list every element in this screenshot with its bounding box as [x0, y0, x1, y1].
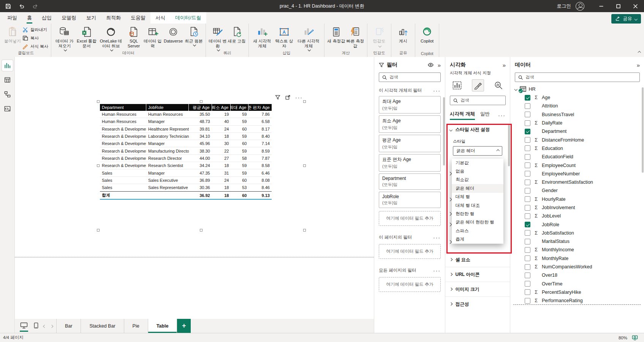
table-header-cell[interactable]: 최대 Age	[231, 104, 248, 111]
filter-search-input[interactable]: 검색	[379, 72, 441, 82]
field-checkbox[interactable]	[525, 298, 530, 304]
field-checkbox[interactable]	[525, 154, 530, 160]
more-options-icon[interactable]: ···	[433, 89, 441, 93]
style-option[interactable]: 스파스	[452, 227, 503, 235]
field-item[interactable]: ΣAge	[510, 93, 644, 102]
table-row[interactable]: Human ResourcesHuman Resources35.5019597…	[100, 111, 272, 118]
tab-visual-format[interactable]: 시각적 개체	[450, 111, 475, 120]
style-option[interactable]: 굵은 헤더 현란한 행	[452, 218, 503, 227]
collapse-pane-icon[interactable]: »	[503, 62, 506, 68]
field-item[interactable]: ΣEducation	[510, 144, 644, 153]
page-tab[interactable]: Bar	[57, 319, 81, 333]
field-checkbox[interactable]	[525, 112, 530, 117]
field-checkbox[interactable]	[525, 213, 530, 219]
field-item[interactable]: Attrition	[510, 102, 644, 110]
style-option[interactable]: 대체 행 대조	[452, 201, 503, 210]
resize-handle[interactable]	[97, 229, 100, 232]
field-item[interactable]: ΣDistanceFromHome	[510, 136, 644, 144]
table-row[interactable]: Research & DevelopmentHealthcare Represe…	[100, 126, 272, 133]
share-button[interactable]: 공유	[611, 14, 641, 24]
table-row[interactable]: SalesSales Executive36.8924608.08	[100, 177, 272, 184]
close-button[interactable]	[627, 0, 644, 12]
table-row[interactable]: Research & DevelopmentManager45.9630607.…	[100, 140, 272, 147]
publish-button[interactable]: 게시	[394, 25, 412, 44]
table-row[interactable]: SalesSales Representative30.3618538.46	[100, 184, 272, 191]
field-item[interactable]: EducationField	[510, 153, 644, 161]
resize-handle[interactable]	[97, 164, 100, 167]
maximize-button[interactable]	[610, 0, 627, 12]
more-options-icon[interactable]: ···	[433, 269, 441, 273]
page-tab[interactable]: Stacked Bar	[81, 319, 124, 333]
ribbon-tab[interactable]: 삽입	[37, 12, 57, 24]
field-checkbox[interactable]	[525, 289, 530, 295]
report-view-button[interactable]	[2, 60, 13, 71]
field-item[interactable]: ΣDailyRate	[510, 119, 644, 127]
page-tab[interactable]: Table	[148, 319, 177, 333]
mobile-layout-button[interactable]	[34, 322, 38, 329]
table-row[interactable]: Human ResourcesManager48.7340596.58	[100, 118, 272, 125]
dax-query-view-button[interactable]	[2, 103, 13, 114]
field-item[interactable]: ΣJobLevel	[510, 212, 644, 220]
copy-button[interactable]: 복사	[22, 35, 48, 41]
redo-icon[interactable]	[32, 3, 38, 9]
field-item[interactable]: Department	[510, 127, 644, 136]
analytics-icon[interactable]	[493, 80, 504, 91]
format-visual-icon[interactable]	[472, 79, 484, 91]
field-item[interactable]: ΣEnvironmentSatisfaction	[510, 178, 644, 186]
collapse-pane-icon[interactable]: »	[637, 62, 640, 68]
field-item[interactable]: ΣMonthlyIncome	[510, 246, 644, 254]
field-checkbox[interactable]	[525, 188, 530, 194]
ribbon-tab[interactable]: 파일	[2, 12, 22, 24]
desktop-layout-button[interactable]	[20, 322, 28, 329]
field-checkbox[interactable]	[525, 171, 530, 177]
transform-data-button[interactable]: 데이터 변환	[209, 25, 227, 51]
text-box-button[interactable]: 텍스트 상자	[274, 25, 295, 49]
table-header-cell[interactable]: JobRole	[146, 104, 189, 111]
field-item[interactable]: OverTime	[510, 280, 644, 288]
style-option[interactable]: 기본값	[452, 159, 503, 167]
ribbon-tab[interactable]: 데이터/드릴	[170, 12, 206, 24]
field-checkbox[interactable]	[525, 95, 530, 101]
viz-section-row[interactable]: 셀 요소	[445, 252, 510, 267]
field-checkbox[interactable]	[525, 137, 530, 143]
ribbon-tab[interactable]: 모델링	[57, 12, 81, 24]
style-option[interactable]: 없음	[452, 167, 503, 175]
table-row[interactable]: Research & DevelopmentResearch Director4…	[100, 155, 272, 162]
style-option[interactable]: 최소값	[452, 176, 503, 184]
style-option[interactable]: 대체 행	[452, 193, 503, 201]
field-checkbox[interactable]	[525, 247, 530, 253]
refresh-button[interactable]: 새로 고침	[228, 25, 246, 44]
add-field-dropzone[interactable]: 여기에 데이터 필드 추가	[379, 277, 441, 292]
viz-section-row[interactable]: URL 아이콘	[445, 267, 510, 282]
field-item[interactable]: BusinessTravel	[510, 110, 644, 119]
tab-general-format[interactable]: 일반	[480, 111, 490, 120]
account-avatar-icon[interactable]	[576, 2, 584, 11]
field-checkbox[interactable]	[525, 239, 530, 244]
field-item[interactable]: EmployeeNumber	[510, 170, 644, 178]
field-item[interactable]: ΣNumCompaniesWorked	[510, 263, 644, 271]
table-row[interactable]: SalesManager47.3531596.46	[100, 169, 272, 177]
ribbon-tab[interactable]: 보기	[81, 12, 101, 24]
report-canvas[interactable]: ··· DepartmentJobRole평균 Age최소 Age최대 Age표…	[15, 57, 374, 319]
ribbon-tab[interactable]: 홈	[22, 12, 37, 24]
style-option[interactable]: 좁게	[452, 235, 503, 244]
ribbon-tab[interactable]: 도움말	[126, 12, 150, 24]
minimize-button[interactable]	[593, 0, 610, 12]
filter-card[interactable]: JobRole(모두)임	[379, 192, 441, 208]
style-presets-section-header[interactable]: 스타일 사전 설정	[445, 120, 510, 133]
cut-button[interactable]: 잘라내기	[22, 27, 48, 33]
login-button[interactable]: 로그인	[557, 3, 571, 9]
page-tab[interactable]: Pie	[124, 319, 148, 333]
scrollbar[interactable]	[642, 87, 644, 173]
field-checkbox[interactable]	[525, 264, 530, 270]
enter-data-button[interactable]: 데이터 입력	[144, 25, 162, 49]
save-icon[interactable]	[5, 3, 11, 9]
field-checkbox[interactable]	[525, 196, 530, 202]
field-checkbox[interactable]	[525, 205, 530, 211]
style-option[interactable]: 굵은 헤더	[452, 184, 503, 192]
focus-mode-icon[interactable]	[285, 95, 290, 100]
dataverse-button[interactable]: Dataverse	[163, 25, 184, 44]
get-data-button[interactable]: 데이터 가져오기	[54, 25, 75, 51]
more-options-icon[interactable]: ···	[433, 236, 441, 240]
field-checkbox[interactable]	[525, 180, 530, 185]
